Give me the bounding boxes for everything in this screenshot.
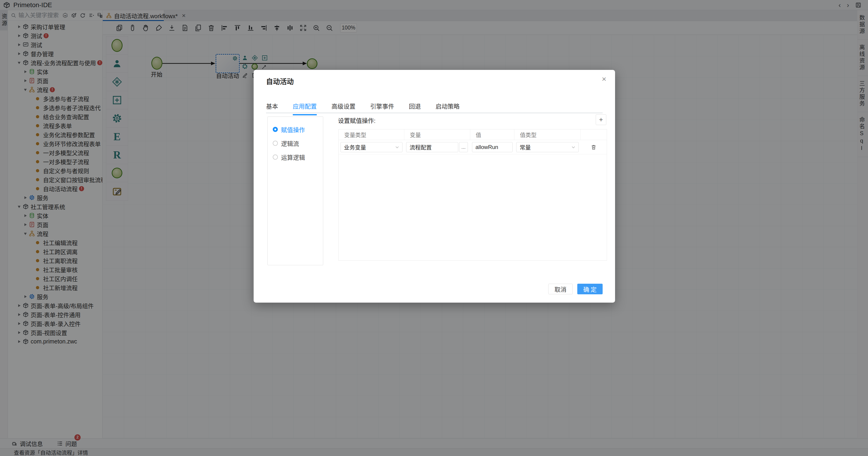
cancel-button[interactable]: 取消 — [548, 284, 573, 294]
tab-start-strategy[interactable]: 启动策略 — [436, 102, 460, 114]
radio-icon — [273, 127, 278, 132]
auto-activity-dialog: 自动活动 × 基本 应用配置 高级设置 引擎事件 回退 启动策略 赋值操作 逻辑… — [254, 70, 615, 303]
header-actions — [581, 130, 607, 140]
dialog-title: 自动活动 — [266, 76, 294, 86]
tab-rollback[interactable]: 回退 — [409, 102, 421, 114]
assignment-table: 变量类型 变量 值 值类型 业务变量 流程配置 ... allowRun — [338, 129, 607, 261]
variable-picker-button[interactable]: ... — [459, 142, 468, 152]
variable-type-select[interactable]: 业务变量 — [340, 142, 402, 152]
radio-assignment-operation[interactable]: 赋值操作 — [273, 125, 323, 133]
config-section-panel: 赋值操作 逻辑流 运算逻辑 — [268, 116, 323, 265]
tab-advanced-settings[interactable]: 高级设置 — [332, 102, 355, 114]
add-row-button[interactable]: + — [596, 114, 606, 125]
delete-row-icon[interactable] — [591, 144, 597, 150]
header-value-type: 值类型 — [515, 130, 581, 140]
tab-app-config[interactable]: 应用配置 — [293, 102, 317, 114]
radio-operation-logic[interactable]: 运算逻辑 — [273, 153, 323, 161]
header-value: 值 — [470, 130, 515, 140]
radio-icon — [273, 141, 278, 146]
header-variable: 变量 — [404, 130, 470, 140]
header-variable-type: 变量类型 — [339, 130, 404, 140]
value-type-select[interactable]: 常量 — [516, 142, 579, 152]
variable-input[interactable]: 流程配置 — [406, 142, 458, 152]
ok-button[interactable]: 确定 — [577, 284, 602, 294]
dialog-tabs: 基本 应用配置 高级设置 引擎事件 回退 启动策略 — [266, 102, 460, 114]
chevron-down-icon — [395, 145, 399, 149]
chevron-down-icon — [571, 145, 576, 149]
radio-icon — [273, 154, 278, 160]
table-row: 业务变量 流程配置 ... allowRun 常量 — [339, 140, 607, 154]
tab-basic[interactable]: 基本 — [266, 102, 278, 114]
tab-engine-events[interactable]: 引擎事件 — [370, 102, 394, 114]
radio-logic-flow[interactable]: 逻辑流 — [273, 139, 323, 147]
close-icon[interactable]: × — [602, 75, 606, 83]
assignment-section-label: 设置赋值操作: — [338, 116, 375, 124]
value-input[interactable]: allowRun — [472, 142, 513, 152]
dialog-footer: 取消 确定 — [548, 284, 602, 294]
table-header-row: 变量类型 变量 值 值类型 — [339, 130, 607, 140]
